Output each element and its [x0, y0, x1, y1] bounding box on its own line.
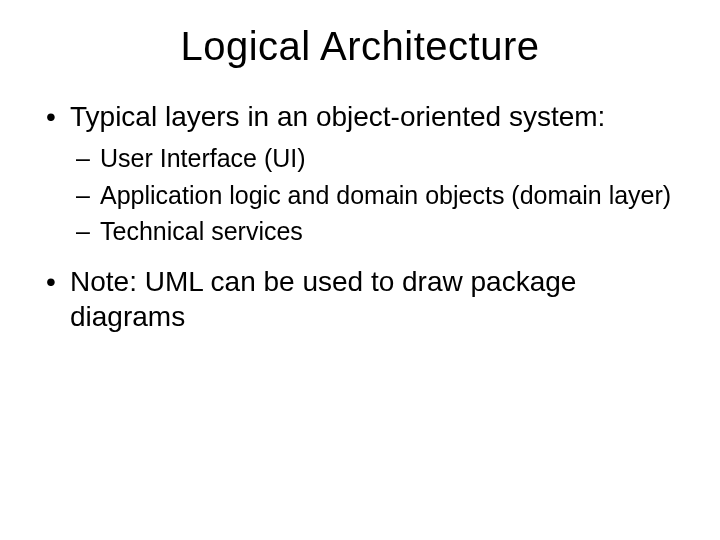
slide-title: Logical Architecture: [40, 24, 680, 69]
list-item-text: Typical layers in an object-oriented sys…: [70, 101, 605, 132]
list-item-text: Technical services: [100, 217, 303, 245]
bullet-list-level2: User Interface (UI) Application logic an…: [70, 142, 680, 248]
list-item-text: Application logic and domain objects (do…: [100, 181, 671, 209]
list-item: Technical services: [70, 215, 680, 248]
bullet-list-level1: Typical layers in an object-oriented sys…: [40, 99, 680, 334]
list-item-text: User Interface (UI): [100, 144, 306, 172]
list-item: Application logic and domain objects (do…: [70, 179, 680, 212]
list-item: Typical layers in an object-oriented sys…: [40, 99, 680, 248]
slide: Logical Architecture Typical layers in a…: [0, 0, 720, 540]
list-item-text: Note: UML can be used to draw package di…: [70, 266, 576, 332]
list-item: Note: UML can be used to draw package di…: [40, 264, 680, 334]
list-item: User Interface (UI): [70, 142, 680, 175]
